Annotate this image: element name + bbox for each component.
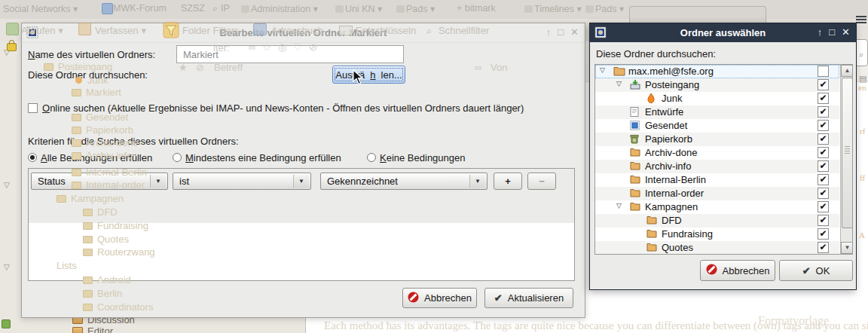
online-search-checkbox[interactable] <box>28 103 38 113</box>
bookmark-item[interactable]: Timelines ▾ <box>534 3 582 14</box>
tree-row[interactable]: Fundraising✔ <box>595 228 839 241</box>
tree-row[interactable]: Internal-Berlin✔ <box>595 173 839 187</box>
folder-checkbox[interactable]: ✔ <box>818 174 829 185</box>
check-icon: ✔ <box>802 265 811 276</box>
scrollbar[interactable]: ▲ ▼ <box>840 65 853 254</box>
search-operator-dropdown[interactable]: ist▼ <box>173 173 311 190</box>
tree-row[interactable]: Internal-order✔ <box>595 187 839 200</box>
folder-checkbox[interactable]: ✔ <box>818 93 829 104</box>
dialog-title: Bearbeite virtuellen Ordner Markiert <box>22 27 585 38</box>
scrollbar-thumb[interactable] <box>842 78 853 228</box>
add-criterion-button[interactable]: + <box>494 173 522 190</box>
search-attribute-dropdown[interactable]: Status▼ <box>31 173 168 190</box>
folder-tree: ▽max.mehl@fsfe.org▽Posteingang✔Junk✔Entw… <box>594 64 853 255</box>
bookmark-item[interactable]: Administration ▾ <box>251 3 318 14</box>
minimize-button[interactable]: ↑ <box>818 26 823 38</box>
bookmark-item[interactable]: SZSZ <box>181 3 205 14</box>
bookmark-item[interactable]: Pads ▾ <box>595 3 624 14</box>
ok-button[interactable]: ✔ OK <box>779 260 853 281</box>
background-text-fragment: A <box>859 231 865 240</box>
close-button[interactable]: ✕ <box>842 26 850 38</box>
tree-row[interactable]: ▽Kampagnen✔ <box>595 200 839 214</box>
minimize-button[interactable]: ↑ <box>546 26 552 38</box>
tree-row[interactable]: DFD✔ <box>595 214 839 228</box>
folder-icon <box>646 215 657 227</box>
folder-checkbox[interactable]: ✔ <box>818 160 829 172</box>
folder-checkbox[interactable] <box>818 66 829 77</box>
match-all-radio[interactable] <box>28 153 37 162</box>
maximize-button[interactable]: □ <box>829 26 835 38</box>
scroll-down-button[interactable]: ▼ <box>841 242 853 254</box>
expander-triangle[interactable]: ▽ <box>600 66 605 74</box>
scroll-up-button[interactable]: ▲ <box>841 65 853 77</box>
tree-row[interactable]: Gesendet✔ <box>595 119 839 133</box>
folder-checkbox[interactable]: ✔ <box>818 133 829 145</box>
folder-icon <box>646 243 657 254</box>
folder-checkbox[interactable]: ✔ <box>818 201 829 212</box>
folder-icon <box>630 188 640 200</box>
expander-triangle[interactable]: ▽ <box>616 202 622 209</box>
tree-row[interactable]: Archiv-done✔ <box>595 146 839 160</box>
tree-row[interactable]: Entwürfe✔ <box>595 105 839 119</box>
folder-checkbox[interactable]: ✔ <box>818 242 829 253</box>
folder-checkbox[interactable]: ✔ <box>818 228 829 240</box>
bookmark-item[interactable]: IP <box>221 3 230 14</box>
tree-row[interactable]: Archiv-info✔ <box>595 160 839 173</box>
expander-triangle[interactable]: ▽ <box>4 181 10 189</box>
column-picker-icon[interactable]: ⌕ <box>859 50 863 60</box>
bookmark-item[interactable]: MWK-Forum <box>113 3 167 14</box>
background-text-fragment: ff <box>860 173 865 182</box>
dialog-title: Ordner auswählen <box>590 27 856 38</box>
select-folders-dialog: Ordner auswählen ↑ □ ✕ Diese Ordner durc… <box>589 23 857 290</box>
cancel-button[interactable]: Abbrechen <box>700 260 775 281</box>
bookmark-folder-icon <box>241 5 249 13</box>
update-button[interactable]: ✔ Aktualisieren <box>484 288 573 308</box>
sent-icon <box>630 121 640 133</box>
folder-label: Archiv-info <box>645 160 691 172</box>
folder-checkbox[interactable]: ✔ <box>818 120 829 131</box>
dialog-titlebar[interactable]: Ordner auswählen ↑ □ ✕ <box>590 23 856 42</box>
folder-icon <box>646 229 657 240</box>
choose-folders-button[interactable]: Auswählen... <box>332 66 405 84</box>
tree-row[interactable]: Junk✔ <box>595 92 839 105</box>
menu-icon[interactable] <box>856 16 866 25</box>
folder-checkbox[interactable]: ✔ <box>818 215 829 226</box>
match-any-label: Mindestens eine Bedingung erfüllen <box>185 152 341 163</box>
folder-icon <box>630 202 640 213</box>
chevron-down-icon: ▼ <box>469 175 485 188</box>
bookmark-item[interactable]: Pads ▾ <box>406 3 435 14</box>
bookmark-item[interactable]: Uni KN ▾ <box>345 3 382 14</box>
folder-checkbox[interactable]: ✔ <box>818 106 829 118</box>
dialog-titlebar[interactable]: Bearbeite virtuellen Ordner Markiert ↑ □… <box>22 23 585 43</box>
tree-row[interactable]: Papierkorb✔ <box>595 133 839 146</box>
chevron-down-icon: ▼ <box>293 175 309 188</box>
expander-triangle[interactable]: ▽ <box>4 263 10 271</box>
expander-triangle[interactable]: ▽ <box>616 80 622 87</box>
remove-criterion-button[interactable]: − <box>527 173 556 190</box>
close-button[interactable]: ✕ <box>570 26 579 38</box>
folder-label: Posteingang <box>645 79 699 90</box>
chevron-down-icon: ▼ <box>150 175 166 188</box>
folder-checkbox[interactable]: ✔ <box>818 188 829 199</box>
bookmark-item[interactable]: + bitmark <box>457 3 496 14</box>
tree-row[interactable]: ▽Posteingang✔ <box>595 78 839 92</box>
folder-checkbox[interactable]: ✔ <box>818 79 829 90</box>
tree-row[interactable]: Quotes✔ <box>595 241 839 255</box>
folder-label: Gesendet <box>645 120 687 131</box>
match-none-radio[interactable] <box>367 153 376 162</box>
folder-icon <box>630 175 640 186</box>
bookmark-item[interactable]: Social Networks ▾ <box>3 3 78 14</box>
background-text-fragment: en <box>858 83 866 92</box>
search-value-dropdown[interactable]: Gekennzeichnet▼ <box>320 173 487 190</box>
folder-checkbox[interactable]: ✔ <box>818 147 829 158</box>
drafts-icon <box>630 107 639 119</box>
cancel-button[interactable]: Abbrechen <box>402 288 477 308</box>
tree-row[interactable]: ▽max.mehl@fsfe.org <box>595 65 839 78</box>
folder-label: DFD <box>662 215 682 226</box>
sidebar-item-editor[interactable]: Editor <box>72 325 113 333</box>
folder-label: Quotes <box>662 242 693 253</box>
folder-name-input[interactable] <box>176 45 404 63</box>
maximize-button[interactable]: □ <box>558 26 564 38</box>
match-any-radio[interactable] <box>173 153 182 162</box>
background-text-fragment: rf <box>860 127 865 136</box>
